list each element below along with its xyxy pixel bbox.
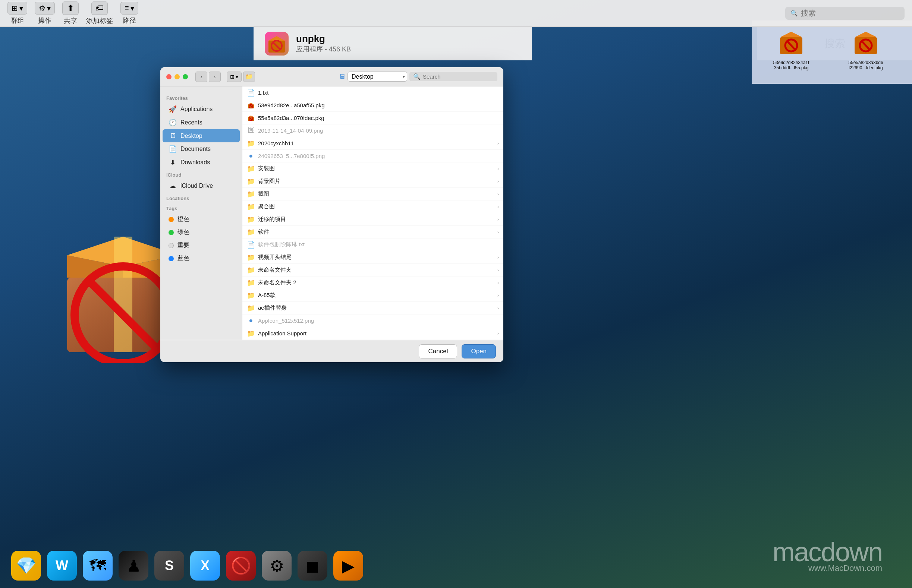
- dock-item-gray[interactable]: ⚙: [262, 551, 292, 580]
- toolbar-action: ⚙ ▾ 操作: [35, 2, 55, 25]
- tag-button[interactable]: 🏷: [91, 2, 108, 15]
- file-item-video[interactable]: 📁 视频开头结尾 ›: [242, 251, 503, 264]
- file-item-unnamed2[interactable]: 📁 未命名文件夹 2 ›: [242, 276, 503, 289]
- share-button[interactable]: ⬆: [62, 2, 79, 15]
- sidebar-item-icloud-drive[interactable]: ☁ iCloud Drive: [162, 179, 240, 193]
- file-item-wallpaper[interactable]: 📁 背景图片 ›: [242, 175, 503, 188]
- top-search-bar[interactable]: 🔍: [785, 7, 904, 20]
- group-button[interactable]: ⊞ ▾: [8, 2, 27, 15]
- icloud-icon: ☁: [168, 182, 177, 190]
- file-item-pkg1[interactable]: 53e9d2d82e...a50af55.pkg: [242, 99, 503, 112]
- sidebar-item-applications[interactable]: 🚀 Applications: [162, 102, 240, 116]
- location-dropdown[interactable]: Desktop: [348, 71, 407, 82]
- view-mode-icon: ⊞: [230, 74, 235, 80]
- group-chevron: ▾: [19, 4, 23, 13]
- file-item-txtdelete[interactable]: 📄 软件包删除陈琳.txt: [242, 239, 503, 251]
- file-name-appsupport: Application Support: [258, 330, 497, 336]
- path-button[interactable]: ≡ ▾: [120, 2, 138, 15]
- file-item-png1[interactable]: 🖼 2019-11-14_14-04-09.png: [242, 124, 503, 137]
- sidebar-item-documents[interactable]: 📄 Documents: [162, 142, 240, 156]
- folder-icon-install: 📁: [247, 165, 255, 173]
- close-button[interactable]: [166, 74, 172, 79]
- view-mode-button[interactable]: ⊞ ▾: [227, 71, 241, 82]
- applications-label: Applications: [180, 106, 212, 113]
- chess-icon: ♟: [126, 556, 141, 575]
- minimize-button[interactable]: [175, 74, 180, 79]
- file-name-a85: A-85款: [258, 292, 497, 299]
- downloads-label: Downloads: [180, 159, 210, 166]
- file-item-folder1[interactable]: 📁 2020cyxchb11 ›: [242, 137, 503, 150]
- open-button[interactable]: Open: [462, 344, 496, 359]
- back-button[interactable]: ‹: [195, 71, 207, 82]
- file-name-ae: ae插件替身: [258, 304, 497, 312]
- new-folder-button[interactable]: 📁: [243, 71, 255, 82]
- gear-icon: ⚙: [39, 4, 45, 13]
- dock-item-arrow[interactable]: ▶: [333, 551, 363, 580]
- file-name-software: 软件: [258, 228, 497, 236]
- folder-icon-1: 📁: [247, 139, 255, 147]
- file-item-ae[interactable]: 📁 ae插件替身 ›: [242, 302, 503, 315]
- folder-icon-a85: 📁: [247, 291, 255, 300]
- toolbar-tag: 🏷 添加标签: [86, 2, 113, 25]
- png-icon2: ●: [247, 152, 255, 160]
- dialog-search-input[interactable]: [423, 73, 494, 80]
- folder-arrow-video: ›: [497, 255, 499, 260]
- file-item-migrate[interactable]: 📁 迁移的项目 ›: [242, 213, 503, 226]
- file-item-pkg2[interactable]: 55e5a82d3a...070fdec.pkg: [242, 112, 503, 124]
- file-item-screenshot[interactable]: 📁 截图 ›: [242, 188, 503, 200]
- dock-item-x[interactable]: X: [190, 551, 220, 580]
- file-item-appsupport[interactable]: 📁 Application Support ›: [242, 327, 503, 340]
- dock-item-sketch[interactable]: 💎: [11, 551, 41, 580]
- tag-label: 添加标签: [86, 16, 113, 25]
- pkg-name-1: 53e9d2d82e34a1f 35bdddf...f55.pkg: [773, 60, 810, 70]
- dock-item-sublime[interactable]: S: [154, 551, 184, 580]
- sidebar-item-desktop[interactable]: 🖥 Desktop: [162, 129, 240, 142]
- folder-icon-unnamed1: 📁: [247, 266, 255, 274]
- sidebar-item-important[interactable]: 重要: [162, 239, 240, 252]
- arrow-icon: ▶: [342, 556, 355, 575]
- forward-button[interactable]: ›: [209, 71, 221, 82]
- cancel-button[interactable]: Cancel: [419, 344, 457, 359]
- file-item-unnamed1[interactable]: 📁 未命名文件夹 ›: [242, 264, 503, 276]
- path-icon: ≡: [125, 4, 129, 12]
- sidebar: Favorites 🚀 Applications 🕐 Recents 🖥 Des…: [160, 86, 242, 340]
- sketch-icon: 💎: [16, 556, 37, 575]
- file-name-unnamed1: 未命名文件夹: [258, 267, 497, 273]
- dock-item-red[interactable]: 🚫: [226, 551, 256, 580]
- sidebar-item-recents[interactable]: 🕐 Recents: [162, 116, 240, 129]
- pkg-icon-1: [776, 28, 806, 58]
- dock-item-word[interactable]: W: [47, 551, 77, 580]
- file-name-1txt: 1.txt: [258, 89, 499, 96]
- file-item-a85[interactable]: 📁 A-85款 ›: [242, 289, 503, 302]
- maps-icon: 🗺: [89, 556, 106, 575]
- folder-arrow-ae: ›: [497, 305, 499, 311]
- sidebar-item-orange[interactable]: 橙色: [162, 213, 240, 226]
- top-search-input[interactable]: [801, 9, 899, 18]
- dock-item-maps[interactable]: 🗺: [83, 551, 113, 580]
- sidebar-item-downloads[interactable]: ⬇ Downloads: [162, 156, 240, 169]
- sidebar-item-green[interactable]: 绿色: [162, 226, 240, 239]
- recents-label: Recents: [180, 119, 202, 126]
- sidebar-item-blue[interactable]: 蓝色: [162, 252, 240, 265]
- folder-arrow-migrate: ›: [497, 217, 499, 222]
- location-icon: 🖥: [339, 73, 345, 81]
- file-item-install[interactable]: 📁 安装图 ›: [242, 163, 503, 175]
- file-item-png2[interactable]: ● 24092653_5...7e800f5.png: [242, 150, 503, 163]
- dialog-body: Favorites 🚀 Applications 🕐 Recents 🖥 Des…: [160, 86, 503, 340]
- action-button[interactable]: ⚙ ▾: [35, 2, 55, 15]
- dock-item-dark[interactable]: ◼: [298, 551, 327, 580]
- orange-tag-dot: [168, 217, 174, 222]
- group-label: 群组: [11, 16, 24, 25]
- file-item-appicon[interactable]: ● AppIcon_512x512.png: [242, 315, 503, 327]
- recents-icon: 🕐: [168, 118, 177, 127]
- file-item-software[interactable]: 📁 软件 ›: [242, 226, 503, 239]
- dock-item-chess[interactable]: ♟: [118, 551, 148, 580]
- app-info-bar: unpkg 应用程序 - 456 KB: [254, 27, 532, 60]
- icloud-drive-label: iCloud Drive: [180, 183, 213, 189]
- maximize-button[interactable]: [183, 74, 188, 79]
- file-name-folder1: 2020cyxchb11: [258, 140, 497, 147]
- dialog-search-bar[interactable]: 🔍: [410, 72, 497, 81]
- file-item-juhe[interactable]: 📁 聚合图 ›: [242, 200, 503, 213]
- folder-arrow-unnamed2: ›: [497, 280, 499, 286]
- file-item-1txt[interactable]: 📄 1.txt: [242, 86, 503, 99]
